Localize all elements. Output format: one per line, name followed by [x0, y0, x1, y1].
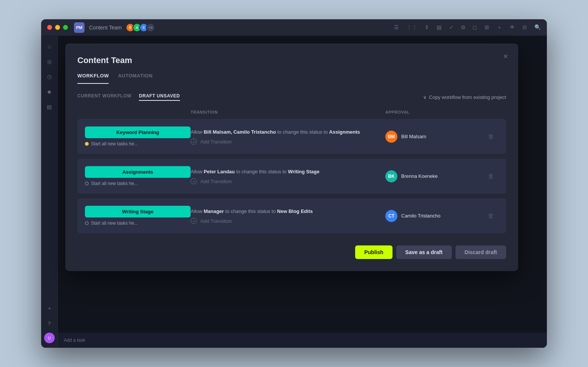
pm-logo: PM	[74, 22, 85, 33]
status-dot-1	[85, 142, 89, 146]
transition-who-2: Peter Landau	[204, 169, 235, 174]
bottom-bar: Add a task	[58, 333, 547, 348]
transition-text-3: Allow Manager to change this status to N…	[191, 208, 378, 215]
plus-circle-icon-1: ＋	[191, 139, 197, 145]
col-header-actions	[483, 110, 499, 114]
modal-footer: Publish Save as a draft Discard draft	[77, 245, 506, 259]
close-button[interactable]	[47, 25, 52, 30]
sidebar-item-inbox[interactable]: ▤	[43, 101, 55, 113]
status-badge-3[interactable]: Writing Stage	[85, 206, 191, 217]
sidebar-item-add[interactable]: ＋	[43, 302, 55, 315]
add-icon[interactable]: ＋	[497, 24, 502, 31]
modal-close-button[interactable]: ✕	[500, 51, 511, 62]
menu-icon[interactable]: ☰	[394, 24, 399, 31]
titlebar-icons: ☰ ⋮⋮ ⇕ ▤ ✓ ⧉ ◻ ⊞ ＋ 👁 ⊟ 🔍	[394, 24, 541, 31]
approval-user-3: CT Camilo Tristancho	[385, 210, 483, 222]
board-icon[interactable]: ⊞	[485, 24, 489, 31]
tab-workflow[interactable]: WORKFLOW	[77, 73, 109, 84]
status-start-text-2: Start all new tasks he...	[91, 181, 138, 186]
modal-title: Content Team	[77, 56, 506, 65]
status-badge-2[interactable]: Assignments	[85, 166, 191, 178]
status-start-text-3: Start all new tasks he...	[91, 221, 138, 226]
approver-avatar-2: BK	[385, 170, 397, 182]
status-badge-1[interactable]: Keyword Planning	[85, 126, 191, 138]
transition-target-3: New Blog Edits	[277, 208, 313, 214]
sidebar: ⌂ ◎ ◷ ☻ ▤ ＋ ? U	[41, 36, 58, 348]
sidebar-item-people[interactable]: ☻	[43, 86, 55, 98]
workflow-row-3: Writing Stage Start all new tasks he... …	[77, 198, 506, 233]
doc-icon[interactable]: ◻	[473, 24, 477, 31]
tab-automation[interactable]: AUTOMATION	[118, 73, 152, 84]
col-header-approval: APPROVAL	[385, 110, 483, 114]
discard-draft-button[interactable]: Discard draft	[456, 245, 506, 259]
add-transition-label-2: Add Transition	[200, 179, 232, 184]
plus-circle-icon-2: ＋	[191, 178, 197, 184]
minimize-button[interactable]	[55, 25, 60, 30]
transition-col-3: Allow Manager to change this status to N…	[191, 208, 385, 224]
add-transition-2[interactable]: ＋ Add Transition	[191, 178, 378, 184]
add-transition-1[interactable]: ＋ Add Transition	[191, 139, 378, 145]
status-dot-3	[85, 221, 89, 225]
status-start-2: Start all new tasks he...	[85, 181, 191, 186]
transition-text-1: Allow Bill Malsam, Camilo Tristancho to …	[191, 128, 378, 136]
copy-icon[interactable]: ⧉	[461, 24, 465, 31]
avatar-stack: B A C +4	[128, 23, 155, 32]
sidebar-bottom: ＋ ? U	[43, 302, 55, 343]
maximize-button[interactable]	[63, 25, 68, 30]
transition-target-2: Writing Stage	[288, 169, 320, 174]
avatar-count: +4	[146, 23, 155, 32]
approver-initials-1: BM	[388, 134, 395, 139]
delete-button-1[interactable]: 🗑	[483, 133, 499, 140]
approver-name-2: Brenna Koeneke	[401, 173, 438, 179]
approver-avatar-3: CT	[385, 210, 397, 222]
approval-user-2: BK Brenna Koeneke	[385, 170, 483, 182]
transition-target-1: Assignments	[329, 129, 360, 135]
advanced-filter-icon[interactable]: ⊟	[522, 24, 527, 31]
approver-initials-3: CT	[388, 213, 394, 219]
list-icon[interactable]: ▤	[437, 24, 442, 31]
titlebar-content: PM Content Team B A C +4	[74, 22, 155, 33]
workflow-row-1: Keyword Planning Start all new tasks he.…	[77, 119, 506, 154]
status-start-1: Start all new tasks he...	[85, 141, 191, 146]
add-transition-3[interactable]: ＋ Add Transition	[191, 218, 378, 224]
draft-unsaved-tab[interactable]: DRAFT UNSAVED	[139, 93, 180, 101]
project-name: Content Team	[89, 25, 122, 31]
status-start-text-1: Start all new tasks he...	[91, 141, 138, 146]
filter-icon[interactable]: ⇕	[425, 24, 429, 31]
delete-button-3[interactable]: 🗑	[483, 213, 499, 219]
save-draft-button[interactable]: Save as a draft	[396, 245, 452, 259]
approver-avatar-1: BM	[385, 131, 397, 143]
traffic-lights	[47, 25, 68, 30]
delete-button-2[interactable]: 🗑	[483, 173, 499, 180]
transition-who-1: Bill Malsam, Camilo Tristancho	[204, 129, 276, 135]
add-transition-label-1: Add Transition	[200, 139, 232, 145]
sidebar-item-help[interactable]: ?	[43, 318, 55, 330]
sidebar-item-home[interactable]: ⌂	[43, 40, 55, 52]
column-headers: TRANSITION APPROVAL	[77, 110, 506, 114]
eye-slash-icon[interactable]: 👁	[509, 24, 515, 31]
transition-who-3: Manager	[204, 208, 224, 214]
copy-workflow-button[interactable]: ∨ Copy workflow from existing project	[423, 94, 506, 100]
sidebar-item-clock[interactable]: ◷	[43, 71, 55, 83]
modal: ✕ Content Team WORKFLOW AUTOMATION CURRE…	[65, 43, 518, 271]
approver-name-3: Camilo Tristancho	[401, 213, 440, 219]
status-left-3: Writing Stage Start all new tasks he...	[85, 206, 191, 226]
sidebar-item-notifications[interactable]: ◎	[43, 56, 55, 68]
workflow-row-2: Assignments Start all new tasks he... Al…	[77, 159, 506, 194]
user-avatar[interactable]: U	[44, 333, 55, 343]
status-left-1: Keyword Planning Start all new tasks he.…	[85, 126, 191, 146]
approver-name-1: Bill Malsam	[401, 134, 426, 139]
transition-col-1: Allow Bill Malsam, Camilo Tristancho to …	[191, 128, 385, 145]
search-icon[interactable]: 🔍	[534, 24, 541, 31]
add-task-label[interactable]: Add a task	[64, 338, 85, 343]
status-dot-2	[85, 182, 89, 185]
approver-initials-2: BK	[388, 174, 394, 179]
status-start-3: Start all new tasks he...	[85, 221, 191, 226]
sort-icon[interactable]: ⋮⋮	[406, 24, 417, 31]
current-workflow-tab[interactable]: CURRENT WORKFLOW	[77, 93, 131, 101]
chevron-down-icon: ∨	[423, 94, 427, 100]
publish-button[interactable]: Publish	[355, 245, 393, 259]
check-icon[interactable]: ✓	[449, 24, 454, 31]
transition-col-2: Allow Peter Landau to change this status…	[191, 168, 385, 185]
approval-user-1: BM Bill Malsam	[385, 131, 483, 143]
